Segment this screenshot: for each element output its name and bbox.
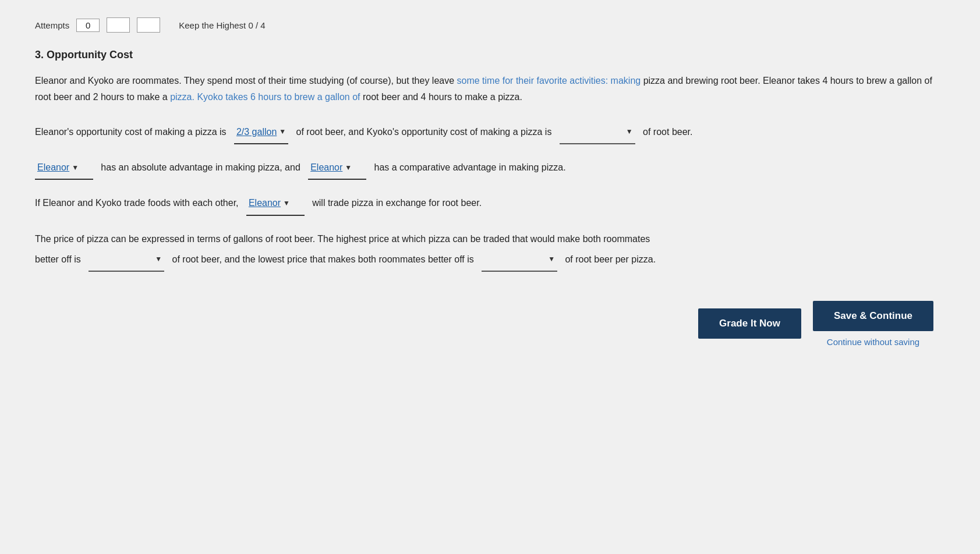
attempts-value: 0 (76, 19, 100, 32)
sentence2-suffix: has a comparative advantage in making pi… (374, 162, 566, 172)
absolute-adv-value: Eleanor (37, 157, 69, 177)
attempts-row: Attempts 0 Keep the Highest 0 / 4 (35, 17, 945, 33)
trade-dropdown[interactable]: Eleanor ▼ (246, 193, 305, 215)
sentence4-block: The price of pizza can be expressed in t… (35, 229, 943, 272)
dropdown-arrow-1: ▼ (279, 124, 286, 139)
sentence2-block: Eleanor ▼ has an absolute advantage in m… (35, 157, 943, 180)
sentence3-block: If Eleanor and Kyoko trade foods with ea… (35, 193, 943, 215)
continue-without-saving-button[interactable]: Continue without saving (827, 337, 919, 347)
highlight-text: some time for their favorite activities:… (457, 76, 641, 86)
highest-price-dropdown[interactable]: ▼ (89, 249, 164, 272)
lowest-price-value (484, 249, 515, 269)
absolute-adv-dropdown[interactable]: Eleanor ▼ (35, 157, 93, 180)
grade-it-now-button[interactable]: Grade It Now (698, 308, 801, 339)
comparative-adv-dropdown[interactable]: Eleanor ▼ (308, 157, 366, 180)
sentence1-block: Eleanor's opportunity cost of making a p… (35, 122, 943, 144)
sentence4-middle: of root beer, and the lowest price that … (172, 254, 474, 264)
dropdown-arrow-3: ▼ (72, 160, 79, 175)
question-title: 3. Opportunity Cost (35, 49, 945, 61)
trade-value: Eleanor (249, 193, 281, 213)
sentence1-prefix: Eleanor's opportunity cost of making a p… (35, 127, 227, 137)
sentence4-prefix: The price of pizza can be expressed in t… (35, 234, 650, 244)
highlight-text-2: pizza. Kyoko takes 6 hours to brew a gal… (170, 92, 360, 102)
comparative-adv-value: Eleanor (310, 157, 342, 177)
eleanor-opp-cost-dropdown[interactable]: 2/3 gallon ▼ (234, 122, 288, 144)
sentence3-prefix: If Eleanor and Kyoko trade foods with ea… (35, 198, 239, 208)
highest-price-value (91, 249, 122, 269)
buttons-area: Grade It Now Save & Continue Continue wi… (35, 301, 945, 347)
sentence3-suffix: will trade pizza in exchange for root be… (312, 198, 482, 208)
dropdown-arrow-6: ▼ (155, 251, 162, 267)
sentence4-better-off: better off is (35, 254, 81, 264)
attempts-box-2 (107, 17, 130, 33)
kyoko-opp-cost-dropdown[interactable]: ▼ (560, 122, 635, 144)
sentence4-suffix: of root beer per pizza. (565, 254, 656, 264)
lowest-price-dropdown[interactable]: ▼ (482, 249, 557, 272)
question-body: Eleanor and Kyoko are roommates. They sp… (35, 73, 943, 105)
sentence2-middle1: has an absolute advantage in making pizz… (101, 162, 300, 172)
dropdown-arrow-5: ▼ (283, 196, 290, 211)
eleanor-opp-cost-value: 2/3 gallon (236, 122, 277, 142)
sentence1-middle: of root beer, and Kyoko's opportunity co… (296, 127, 552, 137)
save-continue-button[interactable]: Save & Continue (813, 301, 933, 331)
attempts-label: Attempts (35, 20, 69, 30)
dropdown-arrow-2: ▼ (626, 124, 633, 139)
dropdown-arrow-7: ▼ (548, 251, 555, 267)
save-column: Save & Continue Continue without saving (813, 301, 933, 347)
page-container: Attempts 0 Keep the Highest 0 / 4 3. Opp… (0, 0, 980, 554)
dropdown-arrow-4: ▼ (345, 160, 352, 175)
kyoko-opp-cost-value (562, 122, 593, 142)
attempts-box-3 (137, 17, 160, 33)
sentence1-suffix: of root beer. (643, 127, 692, 137)
keep-highest-label: Keep the Highest 0 / 4 (179, 20, 265, 30)
